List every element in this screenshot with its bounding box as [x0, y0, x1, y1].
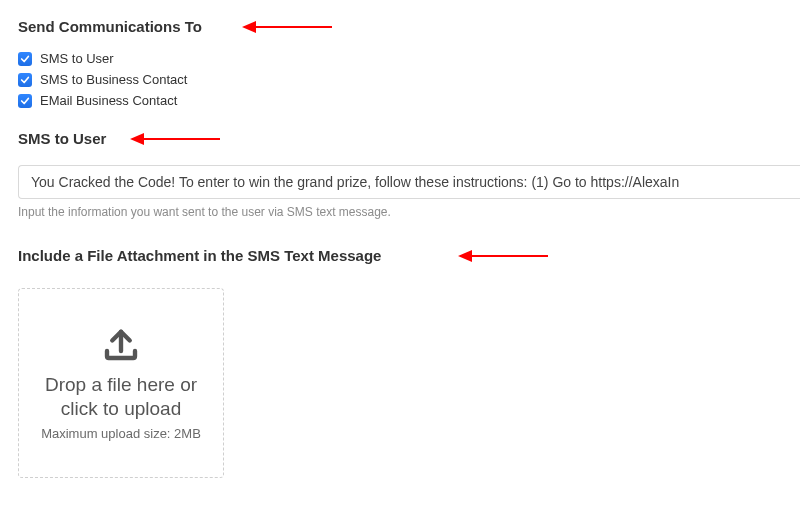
checkbox-row-sms-user[interactable]: SMS to User [18, 51, 800, 66]
svg-marker-5 [458, 250, 472, 262]
send-communications-section: Send Communications To SMS to User SMS t… [18, 18, 800, 108]
checkbox-icon [18, 52, 32, 66]
attachment-title: Include a File Attachment in the SMS Tex… [18, 247, 381, 264]
sms-message-input[interactable] [18, 165, 800, 199]
upload-text: Drop a file here or click to upload [29, 373, 213, 421]
upload-subtext: Maximum upload size: 2MB [41, 426, 201, 443]
checkbox-icon [18, 73, 32, 87]
annotation-arrow-icon [242, 19, 332, 35]
page-root: Send Communications To SMS to User SMS t… [0, 0, 800, 509]
checkbox-label: SMS to User [40, 51, 114, 66]
send-communications-title: Send Communications To [18, 18, 202, 35]
upload-icon [100, 323, 142, 369]
annotation-arrow-icon [130, 131, 220, 147]
checkbox-label: EMail Business Contact [40, 93, 177, 108]
annotation-arrow-icon [458, 248, 548, 264]
svg-marker-1 [242, 21, 256, 33]
checkbox-icon [18, 94, 32, 108]
svg-marker-3 [130, 133, 144, 145]
checkbox-row-email-business[interactable]: EMail Business Contact [18, 93, 800, 108]
file-upload-dropzone[interactable]: Drop a file here or click to upload Maxi… [18, 288, 224, 478]
checkbox-label: SMS to Business Contact [40, 72, 187, 87]
attachment-section: Include a File Attachment in the SMS Tex… [18, 247, 800, 478]
send-communications-options: SMS to User SMS to Business Contact EMai… [18, 51, 800, 108]
sms-to-user-title: SMS to User [18, 130, 106, 147]
sms-to-user-section: SMS to User Input the information you wa… [18, 130, 800, 219]
sms-message-helper: Input the information you want sent to t… [18, 205, 800, 219]
checkbox-row-sms-business[interactable]: SMS to Business Contact [18, 72, 800, 87]
